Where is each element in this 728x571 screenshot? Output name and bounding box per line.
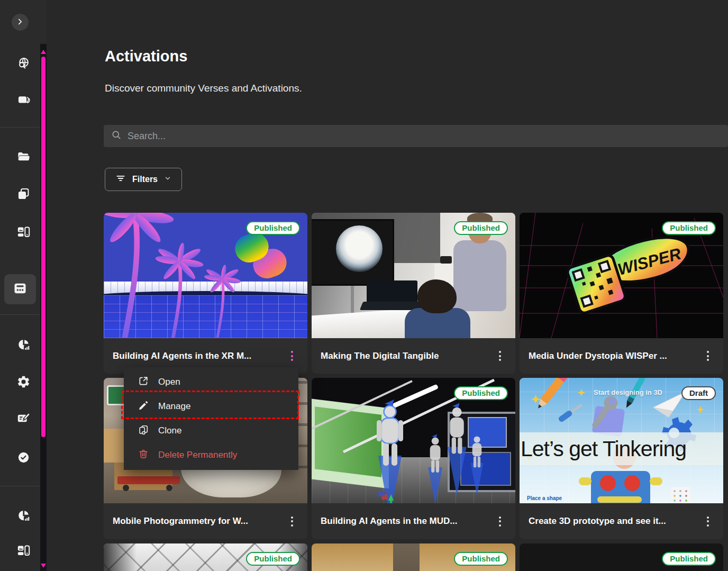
menu-item-clone[interactable]: Clone bbox=[124, 419, 298, 443]
search-bar[interactable] bbox=[104, 125, 728, 147]
page-title: Activations bbox=[105, 48, 187, 65]
open-external-icon bbox=[138, 375, 149, 389]
scrollbar-thumb[interactable] bbox=[41, 57, 46, 437]
sidebar-expand-button[interactable] bbox=[12, 14, 29, 31]
status-badge: Draft bbox=[681, 386, 716, 400]
page-scrollbar[interactable] bbox=[40, 44, 47, 571]
status-badge: Published bbox=[662, 552, 716, 566]
sidebar-divider bbox=[0, 486, 40, 486]
events-grid-icon bbox=[13, 281, 28, 297]
sidebar-item-templates[interactable] bbox=[12, 183, 35, 206]
menu-item-open[interactable]: Open bbox=[124, 370, 298, 394]
sidebar-item-media[interactable] bbox=[12, 221, 35, 244]
tinker-robot-mouth bbox=[597, 496, 642, 503]
sidebar-item-notes[interactable] bbox=[12, 407, 35, 431]
card-title: Making The Digital Tangible bbox=[321, 351, 439, 361]
status-badge: Published bbox=[662, 221, 716, 235]
folder-open-icon bbox=[16, 150, 31, 166]
card-row3-dark[interactable]: Published bbox=[520, 543, 723, 571]
warehouse-cart-wheel bbox=[166, 485, 172, 491]
menu-item-label: Open bbox=[158, 377, 180, 387]
analytics-pie-icon bbox=[16, 509, 31, 524]
tinker-headline: Let’s get Tinkering bbox=[521, 437, 686, 461]
pencil-icon bbox=[138, 400, 149, 414]
studio-camera bbox=[440, 256, 452, 264]
scifi-shadow bbox=[104, 543, 136, 571]
sidebar-item-settings[interactable] bbox=[12, 371, 35, 394]
studio-laptop-screen bbox=[367, 280, 417, 304]
app-root: Activations Discover community Verses an… bbox=[0, 0, 728, 571]
scrollbar-up-arrow[interactable] bbox=[41, 50, 46, 54]
tinker-robot-eye bbox=[600, 475, 616, 491]
card-building-ai-agents-xr[interactable]: Published Building AI Agents in the XR M… bbox=[104, 213, 307, 374]
card-row3-scifi[interactable]: Published bbox=[104, 543, 307, 571]
card-art-wisper: WISPER bbox=[520, 213, 723, 338]
card-menu-button-active[interactable] bbox=[284, 345, 300, 367]
tinker-robot-ear bbox=[650, 477, 662, 485]
layers-icon bbox=[16, 93, 31, 109]
tinker-caption-top: Start designing in 3D bbox=[594, 388, 662, 396]
card-row3-kitchen[interactable]: Published bbox=[312, 543, 515, 571]
search-input[interactable] bbox=[128, 131, 721, 142]
card-menu-button[interactable] bbox=[700, 345, 716, 367]
sidebar-item-analytics[interactable] bbox=[12, 334, 35, 357]
chevron-right-icon bbox=[15, 17, 25, 28]
warehouse-red-cart bbox=[117, 476, 180, 484]
tinker-robot-ear bbox=[579, 477, 592, 485]
filter-icon bbox=[115, 173, 126, 186]
sidebar-item-activations-selected[interactable] bbox=[4, 274, 36, 304]
page-subtitle: Discover community Verses and Activation… bbox=[105, 83, 302, 94]
media-device-icon bbox=[16, 543, 31, 559]
sidebar-item-tasks[interactable] bbox=[12, 447, 35, 470]
card-art-studio-photo: Published bbox=[312, 213, 515, 338]
kitchen-hood-chimney bbox=[393, 543, 420, 571]
tinker-shape-palette bbox=[670, 487, 690, 503]
menu-item-manage[interactable]: Manage bbox=[124, 394, 298, 419]
sidebar-item-files[interactable] bbox=[12, 146, 35, 169]
sidebar-item-discover[interactable] bbox=[12, 52, 35, 76]
card-art-tinkering: Start designing in 3D Let’s get Tinkerin… bbox=[520, 378, 723, 503]
card-media-under-dystopia[interactable]: WISPER bbox=[520, 213, 723, 374]
card-footer: Mobile Photogrammetry for W... bbox=[104, 503, 307, 539]
status-badge: Published bbox=[246, 552, 300, 566]
card-title: Building AI Agents in the XR M... bbox=[113, 351, 251, 361]
filters-button[interactable]: Filters bbox=[105, 168, 182, 191]
studio-monitor-stand bbox=[351, 286, 354, 316]
trash-icon bbox=[138, 448, 149, 463]
media-device-icon bbox=[16, 225, 31, 241]
menu-item-label: Clone bbox=[158, 425, 181, 436]
analytics-pie-icon bbox=[16, 338, 31, 354]
sidebar-item-collections[interactable] bbox=[12, 89, 35, 113]
card-art-mud-scene: Published bbox=[312, 378, 515, 503]
menu-item-label: Delete Permanently bbox=[158, 450, 237, 460]
card-footer: Create 3D prototype and see it... bbox=[520, 503, 723, 539]
tinker-caption-bottom: Place a shape bbox=[527, 495, 562, 501]
sidebar-item-devices[interactable] bbox=[12, 540, 35, 563]
scrollbar-down-arrow[interactable] bbox=[41, 564, 46, 568]
settings-gear-icon bbox=[16, 375, 31, 391]
status-badge: Published bbox=[454, 221, 508, 235]
menu-item-delete-permanently[interactable]: Delete Permanently bbox=[124, 443, 298, 467]
card-menu-button[interactable] bbox=[284, 510, 300, 532]
card-making-digital-tangible[interactable]: Published Making The Digital Tangible bbox=[312, 213, 515, 374]
card-title: Create 3D prototype and see it... bbox=[529, 516, 666, 527]
copy-icon bbox=[16, 187, 31, 203]
search-icon bbox=[111, 130, 122, 142]
clone-icon bbox=[138, 424, 149, 438]
card-menu-button[interactable] bbox=[492, 510, 508, 532]
card-art-dark-scene: Published bbox=[520, 543, 723, 571]
card-building-ai-agents-mud[interactable]: Published Building AI Agents in the MUD.… bbox=[312, 378, 515, 539]
card-menu-button[interactable] bbox=[492, 345, 508, 367]
sidebar bbox=[0, 0, 47, 571]
card-title: Media Under Dystopia WISPer ... bbox=[529, 351, 667, 361]
menu-item-label: Manage bbox=[158, 401, 190, 412]
card-create-3d-prototype[interactable]: Start designing in 3D Let’s get Tinkerin… bbox=[520, 378, 723, 539]
main-content: Activations Discover community Verses an… bbox=[47, 0, 728, 571]
card-art-kitchen: Published bbox=[312, 543, 515, 571]
sidebar-item-reports[interactable] bbox=[12, 505, 35, 528]
card-menu-button[interactable] bbox=[700, 510, 716, 532]
card-footer: Media Under Dystopia WISPer ... bbox=[520, 338, 723, 374]
card-footer: Making The Digital Tangible bbox=[312, 338, 515, 374]
tinker-headline-band: Let’s get Tinkering bbox=[520, 432, 723, 465]
card-art-scifi: Published bbox=[104, 543, 307, 571]
